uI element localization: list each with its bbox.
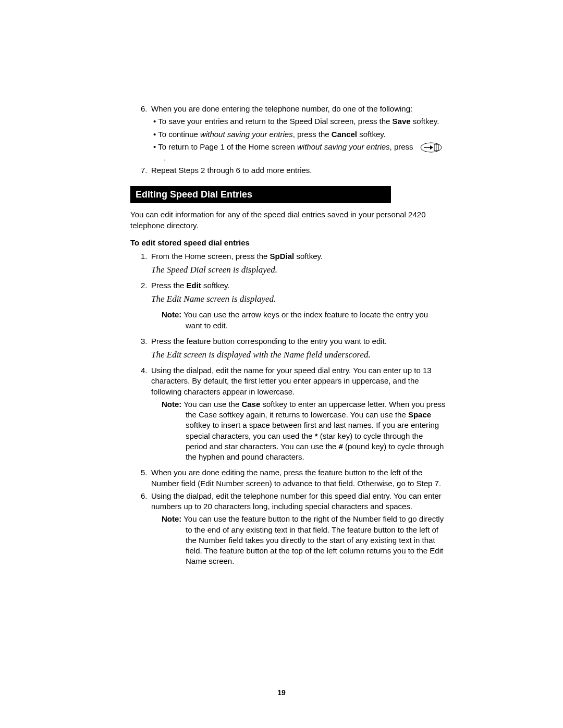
note-2: Note: You can use the arrow keys or the … (162, 310, 446, 331)
edit-step-3: 3.Press the feature button corresponding… (151, 336, 446, 347)
step-text: Repeat Steps 2 through 6 to add more ent… (151, 166, 312, 175)
bullet-save: To save your entries and return to the S… (162, 116, 446, 127)
page-number: 19 (0, 688, 563, 697)
bullet-cancel: To continue without saving your entries,… (162, 129, 446, 140)
result-1: The Speed Dial screen is displayed. (151, 265, 446, 275)
step-7: 7.Repeat Steps 2 through 6 to add more e… (151, 165, 446, 176)
edit-step-2: 2.Press the Edit softkey. (151, 280, 446, 291)
edit-step-4: 4.Using the dialpad, edit the name for y… (151, 365, 446, 397)
edit-step-1: 1.From the Home screen, press the SpDial… (151, 251, 446, 262)
section-intro: You can edit information for any of the … (130, 209, 446, 231)
note-6: Note: You can use the feature button to … (162, 514, 446, 566)
step-number: 6. (141, 104, 151, 114)
step-number: 7. (141, 165, 151, 176)
exit-button-icon (420, 142, 443, 153)
edit-steps: 1.From the Home screen, press the SpDial… (130, 251, 446, 567)
edit-step-5: 5.When you are done editing the name, pr… (151, 467, 446, 489)
result-2: The Edit Name screen is displayed. (151, 294, 446, 304)
page-body: 6.When you are done entering the telepho… (0, 0, 563, 603)
step-6: 6.When you are done entering the telepho… (151, 104, 446, 114)
note-4: Note: You can use the Case softkey to en… (162, 399, 446, 463)
bullet-exit: To return to Page 1 of the Home screen w… (162, 142, 446, 163)
continued-steps: 6.When you are done entering the telepho… (130, 104, 446, 176)
result-3: The Edit screen is displayed with the Na… (151, 350, 446, 360)
step-text: When you are done entering the telephone… (151, 104, 412, 113)
section-heading: Editing Speed Dial Entries (130, 186, 391, 203)
edit-step-6: 6.Using the dialpad, edit the telephone … (151, 491, 446, 512)
procedure-title: To edit stored speed dial entries (130, 238, 446, 247)
